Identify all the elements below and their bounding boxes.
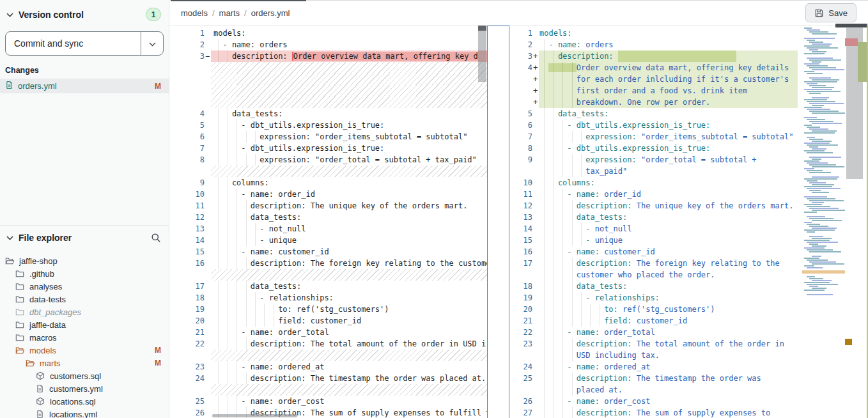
scrollbar-thumb[interactable] <box>478 26 486 82</box>
tree-item-locations.sql[interactable]: locations.sql <box>0 395 169 408</box>
chevron-down-icon[interactable] <box>6 12 13 17</box>
left-pane-horizontal-scrollbar[interactable] <box>212 414 297 417</box>
code-line[interactable]: 11 description: The unique key of the or… <box>169 200 487 212</box>
diff-original-pane[interactable]: 1models:2 - name: orders3− description: … <box>169 26 487 418</box>
search-icon[interactable] <box>151 233 161 243</box>
code-line[interactable]: 3+ description: <box>509 50 802 62</box>
tree-item-models[interactable]: modelsM <box>0 344 169 357</box>
code-line[interactable]: 9 columns: <box>169 177 487 189</box>
tree-item-macros[interactable]: macros <box>0 331 169 344</box>
minimap[interactable] <box>802 26 845 418</box>
code-line[interactable]: 6 expression: "order_items_subtotal = su… <box>169 131 487 143</box>
diff-filler-row[interactable] <box>169 350 487 361</box>
left-pane-vertical-scrollbar[interactable] <box>478 26 487 102</box>
code-line[interactable]: 25 description: The timestamp the order … <box>509 373 802 384</box>
tree-item-marts[interactable]: martsM <box>0 357 169 369</box>
code-line[interactable]: 23 description: The total amount of the … <box>509 338 802 350</box>
tree-item-customers.yml[interactable]: customers.yml <box>0 382 169 395</box>
code-line[interactable]: 15 - unique <box>509 235 802 246</box>
code-line[interactable]: 5 - dbt_utils.expression_is_true: <box>169 120 487 131</box>
diff-modified-pane[interactable]: 1models:2 - name: orders3+ description: … <box>509 26 802 418</box>
code-line[interactable]: + breakdown. One row per order. <box>509 97 802 108</box>
code-line[interactable]: 7 expression: "order_items_subtotal = su… <box>509 131 802 143</box>
code-line[interactable]: 4 data_tests: <box>169 108 487 120</box>
code-line[interactable]: 22 - name: order_total <box>509 327 802 338</box>
diff-filler-row[interactable] <box>169 97 487 108</box>
breadcrumb-models[interactable]: models <box>181 8 208 18</box>
code-line[interactable]: 14 - not_null <box>509 223 802 235</box>
code-line[interactable]: customer who placed the order. <box>509 269 802 281</box>
code-line[interactable]: 15 - name: customer_id <box>169 246 487 258</box>
code-line[interactable]: 21 - name: order_total <box>169 327 487 338</box>
code-line[interactable]: 12 data_tests: <box>169 212 487 223</box>
code-line[interactable]: 10 columns: <box>509 177 802 189</box>
chevron-down-icon[interactable] <box>6 235 13 240</box>
save-button[interactable]: Save <box>805 3 856 22</box>
code-line[interactable]: 19 - relationships: <box>509 292 802 304</box>
code-line[interactable]: 6 - dbt_utils.expression_is_true: <box>509 120 802 131</box>
tree-item-customers.sql[interactable]: customers.sql <box>0 369 169 382</box>
commit-and-sync-button[interactable]: Commit and sync <box>6 32 141 55</box>
commit-options-dropdown[interactable] <box>141 32 163 55</box>
code-line[interactable]: 13 data_tests: <box>509 212 802 223</box>
changed-file-orders-yml[interactable]: orders.yml M <box>0 79 169 93</box>
tree-item-dbt_packages[interactable]: dbt_packages <box>0 306 169 318</box>
code-line[interactable]: 8 expression: "order_total = subtotal + … <box>169 154 487 166</box>
code-line[interactable]: 3− description: Order overview data mart… <box>169 50 487 62</box>
code-line[interactable]: 24 - name: ordered_at <box>509 361 802 373</box>
code-line[interactable]: 13 - not_null <box>169 223 487 235</box>
code-line[interactable]: 1models: <box>509 27 802 39</box>
code-line[interactable]: 18 - relationships: <box>169 292 487 304</box>
tree-item-.github[interactable]: .github <box>0 267 169 280</box>
tree-item-locations.yml[interactable]: locations.yml <box>0 408 169 418</box>
diff-filler-row[interactable] <box>169 166 487 177</box>
tree-item-data-tests[interactable]: data-tests <box>0 293 169 306</box>
code-line[interactable]: 19 to: ref('stg_customers') <box>169 304 487 315</box>
code-line[interactable]: 14 - unique <box>169 235 487 246</box>
code-line[interactable]: 7 - dbt_utils.expression_is_true: <box>169 143 487 154</box>
diff-filler-row[interactable] <box>169 85 487 97</box>
code-line[interactable]: + for each order inlcluding if it's a cu… <box>509 74 802 85</box>
code-line[interactable]: 20 to: ref('stg_customers') <box>509 304 802 315</box>
file-explorer-header[interactable]: File explorer <box>0 225 169 248</box>
code-line[interactable]: 23 - name: ordered_at <box>169 361 487 373</box>
diff-filler-row[interactable] <box>169 269 487 281</box>
code-line[interactable]: 16 description: The foreign key relating… <box>169 258 487 269</box>
diff-filler-row[interactable] <box>169 384 487 396</box>
version-control-header[interactable]: Version control 1 <box>0 0 169 26</box>
tree-item-jaffle-shop[interactable]: jaffle-shop <box>0 254 169 267</box>
code-line[interactable]: 20 field: customer_id <box>169 315 487 327</box>
code-line[interactable]: 4+ Order overview data mart, offering ke… <box>509 62 802 74</box>
code-line[interactable]: 2 - name: orders <box>169 39 487 50</box>
code-line[interactable]: tax_paid" <box>509 166 802 177</box>
diff-marker: + <box>533 97 539 108</box>
code-line[interactable]: 17 data_tests: <box>169 281 487 292</box>
code-line[interactable]: 18 data_tests: <box>509 281 802 292</box>
code-line[interactable]: 21 field: customer_id <box>509 315 802 327</box>
code-line[interactable]: 12 description: The unique key of the or… <box>509 200 802 212</box>
code-line[interactable]: 25 - name: order_cost <box>169 396 487 407</box>
code-line[interactable]: 16 - name: customer_id <box>509 246 802 258</box>
breadcrumb-separator: / <box>212 8 215 18</box>
code-line[interactable]: 9 expression: "order_total = subtotal + <box>509 154 802 166</box>
code-line[interactable]: 11 - name: order_id <box>509 189 802 200</box>
code-line[interactable]: 5 data_tests: <box>509 108 802 120</box>
diff-filler-row[interactable] <box>169 74 487 85</box>
code-line[interactable]: 26 - name: order_cost <box>509 396 802 407</box>
tree-item-analyses[interactable]: analyses <box>0 280 169 293</box>
code-line[interactable]: 8 - dbt_utils.expression_is_true: <box>509 143 802 154</box>
code-line[interactable]: 10 - name: order_id <box>169 189 487 200</box>
diff-filler-row[interactable] <box>169 62 487 74</box>
code-line[interactable]: USD including tax. <box>509 350 802 361</box>
code-line[interactable]: 17 description: The foreign key relating… <box>509 258 802 269</box>
code-line[interactable]: placed at. <box>509 384 802 396</box>
code-line[interactable]: + first order and a food vs. drink item <box>509 85 802 97</box>
code-line[interactable]: 22 description: The total amount of the … <box>169 338 487 350</box>
breadcrumb-marts[interactable]: marts <box>219 8 240 18</box>
tree-item-jaffle-data[interactable]: jaffle-data <box>0 318 169 331</box>
code-line[interactable]: 2 - name: orders <box>509 39 802 50</box>
code-line[interactable]: 27 description: The sum of supply expens… <box>509 407 802 418</box>
code-line[interactable]: 24 description: The timestamp the order … <box>169 373 487 384</box>
overview-scrollbar[interactable] <box>845 26 868 418</box>
code-line[interactable]: 1models: <box>169 27 487 39</box>
